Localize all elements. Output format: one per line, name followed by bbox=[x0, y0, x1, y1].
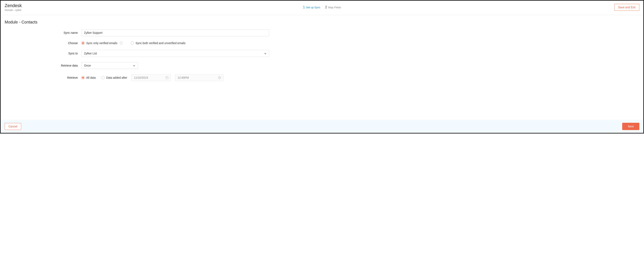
label-sync-name: Sync name bbox=[5, 31, 82, 34]
info-icon[interactable]: i bbox=[120, 42, 122, 45]
radio-sync-verified[interactable]: Sync only verified emails i bbox=[82, 42, 122, 45]
select-value: Once bbox=[84, 64, 91, 67]
radio-circle-icon bbox=[131, 42, 134, 45]
label-retrieve: Retrieve bbox=[5, 76, 82, 79]
radio-all-data[interactable]: All data bbox=[82, 76, 96, 79]
module-title: Module - Contacts bbox=[5, 20, 639, 25]
date-value: 11/10/2019 bbox=[134, 76, 148, 79]
label-choose: Choose bbox=[5, 42, 82, 45]
chevron-down-icon bbox=[264, 52, 266, 55]
header-right: Save and Exit bbox=[614, 4, 639, 11]
retrieve-radio-group: All data Data added after bbox=[82, 76, 127, 79]
row-retrieve: Retrieve All data Data added after 1 bbox=[5, 74, 271, 81]
step-label: Map Fields bbox=[328, 6, 341, 9]
domain-subtitle: Domain - zylker bbox=[5, 9, 22, 12]
radio-label: Sync both verified and unverified emails bbox=[136, 42, 186, 45]
syncign-to-select[interactable]: Zylker List bbox=[82, 50, 269, 57]
step-number: 1 bbox=[303, 5, 305, 9]
step-label: Set up Sync bbox=[306, 6, 320, 9]
next-button[interactable]: Next bbox=[622, 123, 639, 130]
row-choose: Choose Sync only verified emails i Sync … bbox=[5, 42, 271, 45]
radio-data-added-after[interactable]: Data added after bbox=[102, 76, 127, 79]
save-and-exit-button[interactable]: Save and Exit bbox=[614, 4, 639, 11]
svg-rect-0 bbox=[166, 77, 168, 79]
cancel-button[interactable]: Cancel bbox=[5, 123, 21, 130]
footer-bar: Cancel Next bbox=[0, 120, 644, 133]
choose-radio-group: Sync only verified emails i Sync both ve… bbox=[82, 42, 186, 45]
header-left: Zendesk Domain - zylker bbox=[5, 3, 22, 12]
time-input[interactable]: 12:45PM bbox=[175, 74, 223, 81]
step-setup-sync[interactable]: 1 Set up Sync bbox=[303, 5, 320, 9]
radio-circle-icon bbox=[82, 42, 84, 45]
wizard-steps: 1 Set up Sync 2 Map Fields bbox=[303, 5, 341, 9]
chevron-down-icon bbox=[133, 64, 135, 67]
form-section: Module - Contacts Sync name Choose Sync … bbox=[0, 15, 644, 120]
sync-name-input[interactable] bbox=[82, 29, 269, 36]
label-retrieve-data: Retrieve data bbox=[5, 64, 82, 67]
date-input[interactable]: 11/10/2019 bbox=[131, 74, 171, 81]
step-map-fields[interactable]: 2 Map Fields bbox=[325, 5, 341, 9]
row-sync-to: Sync to Zylker List bbox=[5, 50, 271, 57]
app-title: Zendesk bbox=[5, 3, 22, 8]
radio-sync-both[interactable]: Sync both verified and unverified emails bbox=[131, 42, 186, 45]
radio-circle-icon bbox=[82, 76, 84, 79]
radio-circle-icon bbox=[102, 76, 104, 79]
radio-label: Sync only verified emails bbox=[86, 42, 117, 45]
retrieve-data-select[interactable]: Once bbox=[82, 62, 138, 69]
step-number: 2 bbox=[325, 5, 327, 9]
calendar-icon bbox=[166, 76, 168, 79]
time-value: 12:45PM bbox=[178, 76, 189, 79]
header-bar: Zendesk Domain - zylker 1 Set up Sync 2 … bbox=[0, 1, 644, 15]
clock-icon bbox=[218, 76, 221, 79]
radio-label: Data added after bbox=[106, 76, 127, 79]
sync-form: Sync name Choose Sync only verified emai… bbox=[5, 29, 271, 81]
row-retrieve-data: Retrieve data Once bbox=[5, 62, 271, 69]
select-value: Zylker List bbox=[84, 52, 97, 55]
row-sync-name: Sync name bbox=[5, 29, 271, 36]
label-sync-to: Sync to bbox=[5, 52, 82, 55]
radio-label: All data bbox=[86, 76, 96, 79]
